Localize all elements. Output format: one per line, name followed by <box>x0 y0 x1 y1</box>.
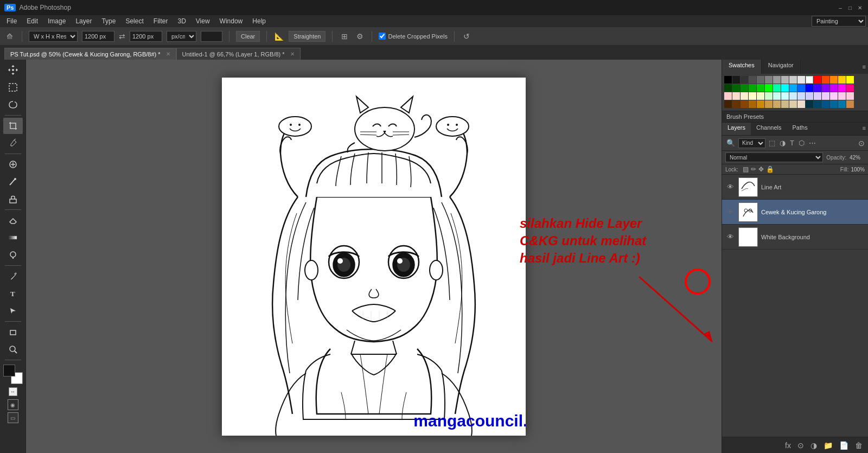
menu-view[interactable]: View <box>192 16 214 26</box>
swatch-20[interactable] <box>797 84 805 92</box>
layer-visibility-white-bg[interactable]: 👁 <box>725 232 735 242</box>
swatch-11[interactable] <box>830 76 838 84</box>
swatch-red[interactable] <box>814 76 821 84</box>
gear-icon[interactable]: ⚙ <box>354 31 365 42</box>
menu-select[interactable]: Select <box>121 16 148 26</box>
color-squares[interactable] <box>3 365 23 384</box>
shape-tool[interactable] <box>3 324 23 340</box>
lock-all-icon[interactable]: 🔒 <box>766 165 774 173</box>
layer-item-ckg[interactable]: 👁 Cewek & Kucing Garong <box>722 200 868 225</box>
swatch-41[interactable] <box>724 100 732 108</box>
swatch-33[interactable] <box>789 92 797 100</box>
swatch-7[interactable] <box>781 76 789 84</box>
swatch-3[interactable] <box>749 76 756 84</box>
swatch-42[interactable] <box>732 100 740 108</box>
menu-filter[interactable]: Filter <box>149 16 173 26</box>
swatch-39[interactable] <box>838 92 846 100</box>
lock-position-icon[interactable]: ✥ <box>758 165 764 173</box>
switch-colors-icon[interactable]: ↔ <box>9 387 17 396</box>
swatch-23[interactable] <box>830 84 838 92</box>
brush-tool[interactable] <box>3 174 23 190</box>
height-input[interactable] <box>130 31 162 42</box>
swatch-2[interactable] <box>741 76 748 84</box>
lasso-tool[interactable] <box>3 97 23 113</box>
screen-mode-icon[interactable]: ▭ <box>8 412 18 423</box>
add-layer-style-icon[interactable]: fx <box>783 440 793 451</box>
swatch-16[interactable] <box>749 84 756 92</box>
swatch-25[interactable] <box>724 92 732 100</box>
unit-select[interactable]: px/cm <box>167 31 196 42</box>
swatch-34[interactable] <box>797 92 805 100</box>
swatch-28[interactable] <box>749 92 756 100</box>
swap-icon[interactable]: ⇄ <box>119 32 125 41</box>
eyedropper-tool[interactable] <box>3 135 23 151</box>
layer-item-white-bg[interactable]: 👁 White Background <box>722 225 868 250</box>
swatch-29[interactable] <box>757 92 764 100</box>
swatch-10[interactable] <box>822 76 829 84</box>
tab-close-1[interactable]: ✕ <box>166 51 170 57</box>
menu-type[interactable]: Type <box>97 16 120 26</box>
swatch-37[interactable] <box>822 92 829 100</box>
swatch-15[interactable] <box>741 84 748 92</box>
swatch-4[interactable] <box>757 76 764 84</box>
eraser-tool[interactable] <box>3 212 23 228</box>
opacity-value[interactable]: 42% <box>850 155 865 161</box>
swatch-white[interactable] <box>806 76 813 84</box>
new-layer-icon[interactable]: 📄 <box>837 440 851 451</box>
menu-help[interactable]: Help <box>248 16 270 26</box>
marquee-tool[interactable] <box>3 79 23 95</box>
swatch-cyan[interactable] <box>781 84 789 92</box>
zoom-tool[interactable] <box>3 341 23 358</box>
swatch-21[interactable] <box>814 84 821 92</box>
swatch-24[interactable] <box>846 84 854 92</box>
type-tool[interactable]: T <box>3 285 23 302</box>
restore-button[interactable]: □ <box>846 4 854 11</box>
delete-layer-icon[interactable]: 🗑 <box>853 440 865 451</box>
swatch-yellow[interactable] <box>846 76 854 84</box>
lock-transparent-icon[interactable]: ▨ <box>743 165 749 173</box>
tab-untitled[interactable]: Untitled-1 @ 66,7% (Layer 1, RGB/8) * ✕ <box>176 48 301 60</box>
layer-item-line-art[interactable]: 👁 Line Art <box>722 175 868 200</box>
swatch-30[interactable] <box>765 92 773 100</box>
foreground-color[interactable] <box>3 365 15 377</box>
swatch-35[interactable] <box>806 92 813 100</box>
path-selection-tool[interactable] <box>3 303 23 319</box>
swatch-55[interactable] <box>838 100 846 108</box>
swatch-49[interactable] <box>789 100 797 108</box>
menu-layer[interactable]: Layer <box>71 16 96 26</box>
swatch-9[interactable] <box>797 76 805 84</box>
swatch-black[interactable] <box>724 76 732 84</box>
delete-pixels-checkbox[interactable] <box>379 33 386 40</box>
navigator-tab[interactable]: Navigator <box>762 60 801 74</box>
fill-value[interactable]: 100% <box>851 167 865 173</box>
layer-visibility-line-art[interactable]: 👁 <box>725 182 735 192</box>
swatch-12[interactable] <box>838 76 846 84</box>
swatch-38[interactable] <box>830 92 838 100</box>
add-adjustment-icon[interactable]: ◑ <box>808 440 819 451</box>
blend-mode-select[interactable]: Normal Multiply Screen Overlay <box>725 152 823 162</box>
layer-visibility-ckg[interactable]: 👁 <box>725 207 735 217</box>
swatch-27[interactable] <box>741 92 748 100</box>
panel-menu-icon[interactable]: ≡ <box>863 63 866 70</box>
add-mask-icon[interactable]: ⊙ <box>795 440 806 451</box>
swatch-51[interactable] <box>806 100 813 108</box>
kind-select[interactable]: Kind <box>738 138 765 148</box>
filter-type-icon[interactable]: T <box>789 138 795 148</box>
swatch-magenta[interactable] <box>838 84 846 92</box>
clear-button[interactable]: Clear <box>236 31 260 42</box>
delete-pixels-label[interactable]: Delete Cropped Pixels <box>379 33 447 40</box>
swatch-1[interactable] <box>732 76 740 84</box>
layers-tab-paths[interactable]: Paths <box>787 123 813 135</box>
pen-tool[interactable] <box>3 268 23 284</box>
swatch-17[interactable] <box>757 84 764 92</box>
swatch-40[interactable] <box>846 92 854 100</box>
tab-close-2[interactable]: ✕ <box>290 51 295 57</box>
swatch-18[interactable] <box>773 84 781 92</box>
menu-image[interactable]: Image <box>43 16 70 26</box>
straighten-button[interactable]: Straighten <box>289 31 326 42</box>
swatch-52[interactable] <box>814 100 821 108</box>
swatch-5[interactable] <box>765 76 773 84</box>
swatch-48[interactable] <box>781 100 789 108</box>
filter-pixel-icon[interactable]: ⬚ <box>768 138 776 148</box>
filter-shape-icon[interactable]: ⬡ <box>797 138 806 148</box>
